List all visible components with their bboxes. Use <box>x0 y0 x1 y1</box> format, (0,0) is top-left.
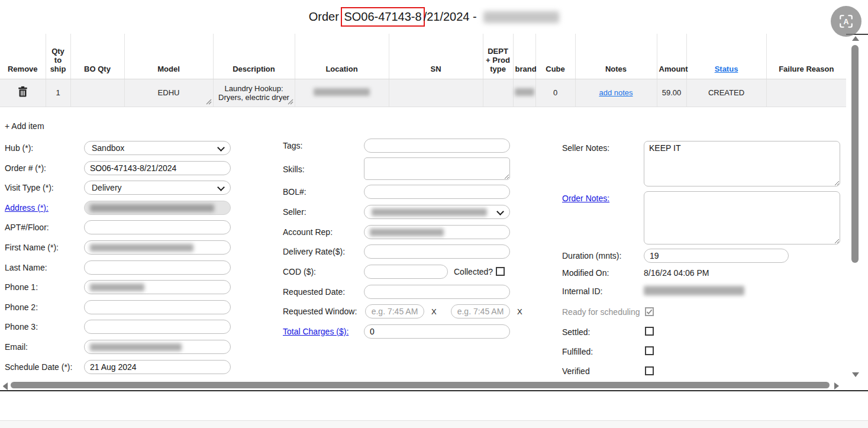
scroll-right-arrow-icon[interactable] <box>834 382 839 390</box>
address-field <box>84 201 231 215</box>
fulfilled-checkbox[interactable] <box>645 346 654 355</box>
requested-window-end-input[interactable] <box>451 304 510 318</box>
vertical-scroll-thumb[interactable] <box>851 45 859 263</box>
order-number-highlight-box: SO06-47143-8 <box>341 7 424 27</box>
seller-notes-textarea[interactable]: KEEP IT <box>644 141 840 186</box>
title-suffix: /21/2024 - <box>424 10 480 24</box>
cell-location <box>295 79 389 107</box>
window-start-clear[interactable]: X <box>431 305 437 319</box>
ready-for-scheduling-label: Ready for scheduling <box>562 305 640 319</box>
col-header-location: Location <box>295 34 389 79</box>
skills-textarea[interactable] <box>364 157 510 180</box>
cell-notes[interactable]: add notes <box>575 79 657 107</box>
schedule-date-label: Schedule Date (*): <box>5 360 72 374</box>
phone3-label: Phone 3: <box>5 320 38 334</box>
modified-on-label: Modified On: <box>562 266 609 280</box>
cell-qty-to-ship[interactable]: 1 <box>46 79 70 107</box>
col-header-description: Description <box>213 34 295 79</box>
order-notes-textarea[interactable] <box>644 191 840 244</box>
titlebar: Order SO06-47143-8/21/2024 - <box>0 0 868 35</box>
order-form-window: Order SO06-47143-8/21/2024 - A Remove Qt… <box>0 0 868 428</box>
scroll-left-arrow-icon[interactable] <box>3 382 8 390</box>
requested-window-label: Requested Window: <box>283 304 357 318</box>
first-name-redacted <box>90 244 193 252</box>
order-notes-link-label[interactable]: Order Notes: <box>562 191 609 205</box>
fulfilled-label: Fulfilled: <box>562 345 593 359</box>
visit-type-select[interactable]: Delivery <box>84 181 231 195</box>
cod-input[interactable] <box>364 265 448 279</box>
bol-input[interactable] <box>364 185 510 199</box>
total-charges-input[interactable] <box>364 324 510 339</box>
seller-redacted <box>372 208 487 216</box>
hub-select[interactable]: Sandbox <box>84 141 231 155</box>
title-prefix: Order <box>309 10 343 24</box>
col-header-dept-prod-type: DEPT + Prod type <box>483 34 513 79</box>
cell-model[interactable]: EDHU <box>124 79 213 107</box>
requested-date-input[interactable] <box>364 285 510 299</box>
internal-id-label: Internal ID: <box>562 284 602 298</box>
col-header-model: Model <box>124 34 213 79</box>
delivery-rate-label: Delivery Rate($): <box>283 244 345 259</box>
order-items-table: Remove Qty to ship BO Qty Model Descript… <box>0 34 846 107</box>
account-rep-label: Account Rep: <box>283 225 333 239</box>
seller-select[interactable] <box>364 205 510 219</box>
total-charges-link-label[interactable]: Total Charges ($): <box>283 324 349 339</box>
duration-label: Duration (mnts): <box>562 249 621 263</box>
col-header-bo-qty: BO Qty <box>70 34 124 79</box>
settled-checkbox[interactable] <box>645 327 654 336</box>
col-header-amount: Amount <box>657 34 686 79</box>
duration-input[interactable] <box>644 249 789 263</box>
col-header-remove: Remove <box>0 34 46 79</box>
email-field[interactable] <box>84 340 231 354</box>
scroll-up-arrow-icon[interactable] <box>852 36 859 41</box>
cell-bo-qty <box>70 79 124 107</box>
email-label: Email: <box>5 340 28 354</box>
phone1-field[interactable] <box>84 280 231 294</box>
address-link-label[interactable]: Address (*): <box>5 201 49 215</box>
col-header-qty-to-ship: Qty to ship <box>46 34 70 79</box>
collected-checkbox[interactable] <box>496 267 505 276</box>
trash-icon[interactable] <box>17 85 29 100</box>
check-icon <box>646 309 653 315</box>
cell-amount: 59.00 <box>657 79 686 107</box>
col-header-status[interactable]: Status <box>686 34 766 79</box>
customer-name-redacted <box>483 11 559 23</box>
last-name-input[interactable] <box>84 260 231 275</box>
verified-label: Verified <box>562 364 590 378</box>
cod-label: COD ($): <box>283 265 316 279</box>
chevron-down-icon <box>217 144 225 152</box>
resize-handle-icon[interactable] <box>206 99 212 105</box>
order-number-input[interactable] <box>84 161 231 175</box>
phone2-input[interactable] <box>84 300 231 314</box>
cell-description[interactable]: Laundry Hookup: Dryers, electric dryer <box>213 79 295 107</box>
tags-input[interactable] <box>364 139 510 153</box>
address-redacted <box>90 204 214 212</box>
col-header-failure-reason: Failure Reason <box>766 34 846 79</box>
scroll-down-arrow-icon[interactable] <box>852 372 859 377</box>
tags-label: Tags: <box>283 139 302 153</box>
bottom-strip <box>0 420 868 428</box>
requested-window-start-input[interactable] <box>365 304 424 318</box>
status-badge: CREATED <box>708 88 744 97</box>
delivery-rate-input[interactable] <box>364 244 510 259</box>
verified-checkbox[interactable] <box>645 366 654 375</box>
window-end-clear[interactable]: X <box>517 305 522 319</box>
apt-floor-input[interactable] <box>84 220 231 234</box>
schedule-date-input[interactable] <box>84 360 231 374</box>
cell-failure-reason <box>766 79 846 107</box>
location-redacted <box>314 88 370 96</box>
visit-type-label: Visit Type (*): <box>5 181 54 195</box>
text-capture-icon[interactable]: A <box>831 6 861 37</box>
add-item-link[interactable]: + Add item <box>5 119 44 133</box>
account-rep-redacted <box>370 229 444 236</box>
add-notes-link[interactable]: add notes <box>599 88 633 97</box>
brand-redacted <box>515 88 534 96</box>
account-rep-field <box>364 225 510 239</box>
seller-label: Seller: <box>283 205 306 219</box>
resize-handle-icon[interactable] <box>288 99 293 105</box>
phone3-input[interactable] <box>84 320 231 334</box>
horizontal-scroll-thumb[interactable] <box>11 382 830 388</box>
cell-cube: 0 <box>535 79 575 107</box>
first-name-field[interactable] <box>84 240 231 255</box>
phone2-label: Phone 2: <box>5 300 38 314</box>
